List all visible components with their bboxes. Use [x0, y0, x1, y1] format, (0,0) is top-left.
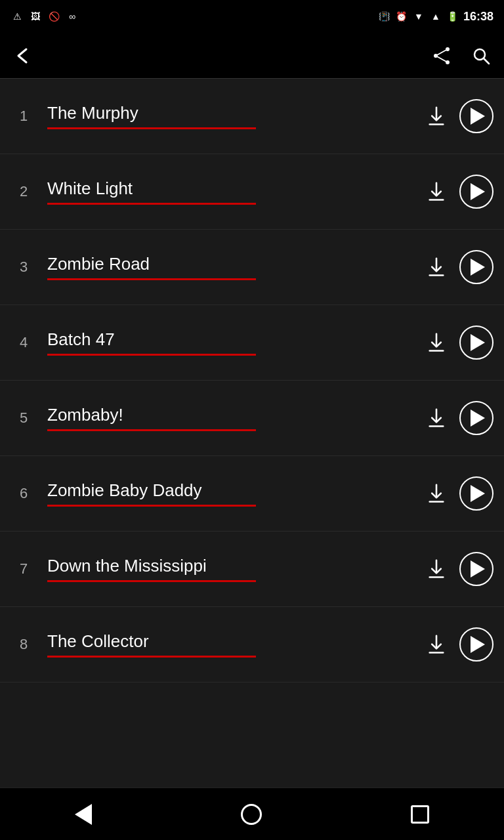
action-bar: [0, 33, 504, 79]
search-button[interactable]: [471, 46, 491, 66]
track-underline: [47, 505, 256, 507]
play-triangle-icon: [471, 183, 485, 200]
track-title-wrap: Zombaby!: [37, 405, 427, 431]
alarm-icon: ⏰: [395, 10, 408, 23]
image-icon: 🖼: [29, 10, 42, 23]
vibrate-icon: 📳: [378, 10, 391, 23]
track-number: 3: [10, 259, 37, 276]
warning-icon: ⚠: [10, 10, 24, 23]
track-underline: [47, 580, 256, 582]
play-button[interactable]: [459, 552, 494, 586]
track-underline: [47, 278, 256, 280]
play-triangle-icon: [471, 410, 485, 427]
svg-line-3: [436, 49, 448, 56]
track-item: 7 Down the Mississippi: [0, 532, 504, 607]
download-button[interactable]: [427, 106, 446, 126]
download-button[interactable]: [427, 333, 446, 352]
status-bar: ⚠ 🖼 🚫 ∞ 📳 ⏰ ▼ ▲ 🔋 16:38: [0, 0, 504, 33]
track-title-wrap: The Murphy: [37, 103, 427, 129]
play-triangle-icon: [471, 636, 485, 653]
track-title: White Light: [47, 178, 427, 199]
battery-icon: 🔋: [446, 10, 459, 23]
action-bar-right: [432, 46, 491, 66]
track-number: 5: [10, 410, 37, 427]
play-button[interactable]: [459, 99, 494, 133]
track-actions: [427, 326, 494, 360]
nav-recent-button[interactable]: [411, 805, 429, 824]
home-nav-icon: [241, 804, 262, 825]
back-button[interactable]: [13, 46, 33, 66]
track-title-wrap: Zombie Baby Daddy: [37, 480, 427, 507]
track-actions: [427, 401, 494, 435]
track-number: 7: [10, 560, 37, 578]
download-button[interactable]: [427, 484, 446, 503]
track-title: Zombie Baby Daddy: [47, 480, 427, 501]
nav-home-button[interactable]: [241, 804, 262, 825]
recent-nav-icon: [411, 805, 429, 824]
track-item: 1 The Murphy: [0, 79, 504, 154]
status-icons-right: 📳 ⏰ ▼ ▲ 🔋 16:38: [378, 10, 494, 24]
track-number: 6: [10, 485, 37, 502]
track-title: Zombaby!: [47, 405, 427, 425]
track-actions: [427, 250, 494, 284]
bottom-nav: [0, 788, 504, 840]
track-actions: [427, 175, 494, 209]
download-button[interactable]: [427, 182, 446, 201]
track-title-wrap: White Light: [37, 178, 427, 205]
svg-line-4: [436, 56, 448, 62]
track-underline: [47, 203, 256, 205]
track-item: 3 Zombie Road: [0, 230, 504, 305]
play-triangle-icon: [471, 485, 485, 502]
play-button[interactable]: [459, 627, 494, 662]
download-button[interactable]: [427, 257, 446, 277]
play-triangle-icon: [471, 108, 485, 125]
track-list: 1 The Murphy 2 White: [0, 79, 504, 788]
back-nav-icon: [75, 804, 92, 825]
svg-line-6: [484, 58, 489, 64]
status-icons-left: ⚠ 🖼 🚫 ∞: [10, 10, 79, 23]
voicemail-icon: ∞: [66, 10, 79, 23]
block-icon: 🚫: [47, 10, 60, 23]
track-underline: [47, 354, 256, 356]
track-actions: [427, 552, 494, 586]
track-title: Zombie Road: [47, 254, 427, 274]
play-button[interactable]: [459, 476, 494, 511]
play-triangle-icon: [471, 560, 485, 578]
share-button[interactable]: [432, 46, 452, 66]
track-title: Down the Mississippi: [47, 556, 427, 576]
track-title-wrap: The Collector: [37, 631, 427, 658]
play-button[interactable]: [459, 175, 494, 209]
track-number: 8: [10, 636, 37, 653]
track-actions: [427, 476, 494, 511]
track-title: The Collector: [47, 631, 427, 652]
play-triangle-icon: [471, 259, 485, 276]
track-underline: [47, 656, 256, 658]
track-title: Batch 47: [47, 329, 427, 350]
track-item: 2 White Light: [0, 154, 504, 230]
track-item: 6 Zombie Baby Daddy: [0, 456, 504, 532]
download-button[interactable]: [427, 408, 446, 428]
play-button[interactable]: [459, 326, 494, 360]
track-number: 4: [10, 334, 37, 351]
play-button[interactable]: [459, 401, 494, 435]
wifi-icon: ▼: [412, 10, 425, 23]
nav-back-button[interactable]: [75, 804, 92, 825]
track-actions: [427, 627, 494, 662]
track-number: 2: [10, 183, 37, 200]
track-item: 8 The Collector: [0, 607, 504, 682]
download-button[interactable]: [427, 635, 446, 654]
track-item: 5 Zombaby!: [0, 381, 504, 456]
track-underline: [47, 127, 256, 129]
track-title-wrap: Zombie Road: [37, 254, 427, 280]
track-underline: [47, 429, 256, 431]
track-title-wrap: Down the Mississippi: [37, 556, 427, 582]
status-time: 16:38: [463, 10, 494, 24]
play-triangle-icon: [471, 334, 485, 351]
download-button[interactable]: [427, 559, 446, 579]
track-item: 4 Batch 47: [0, 305, 504, 381]
track-title: The Murphy: [47, 103, 427, 123]
track-actions: [427, 99, 494, 133]
track-number: 1: [10, 108, 37, 125]
play-button[interactable]: [459, 250, 494, 284]
track-title-wrap: Batch 47: [37, 329, 427, 356]
